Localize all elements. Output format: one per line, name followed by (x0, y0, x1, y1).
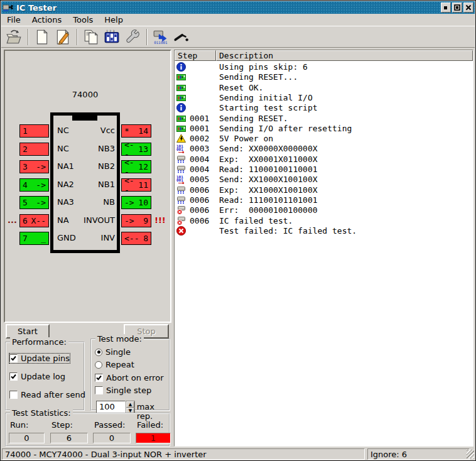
probe-button[interactable] (171, 28, 192, 46)
menu-help[interactable]: Help (99, 14, 129, 26)
pin-1-box[interactable]: 1 (19, 124, 49, 138)
checkbox-update-pins[interactable]: Update pins (9, 354, 70, 363)
max-rep-spinner[interactable]: ▲ ▼ (126, 401, 134, 413)
checkbox-box[interactable] (95, 374, 103, 382)
dip-switch-button[interactable]: 1 2 3 (102, 28, 122, 46)
log-step: 0006 (190, 216, 209, 225)
new-button[interactable] (32, 28, 52, 46)
stat-label-failed: Failed: (137, 420, 163, 430)
svg-text:1 2 3: 1 2 3 (106, 29, 114, 32)
open-button[interactable] (4, 28, 24, 46)
minimize-button[interactable] (441, 3, 451, 13)
pin-11-box[interactable]: <--11 (121, 178, 151, 192)
pin-12-box[interactable]: <--12 (121, 160, 151, 173)
log-step: 0001 (190, 124, 209, 133)
titlebar[interactable]: IC Tester (1, 1, 475, 14)
log-row[interactable]: 0001Sending I/O after resetting (175, 124, 473, 134)
pin-2-box[interactable]: 2 (19, 143, 49, 156)
log-row[interactable]: Reset OK. (175, 83, 473, 93)
pin-13-box[interactable]: <--13 (121, 143, 151, 156)
close-button[interactable] (463, 3, 473, 13)
log-row[interactable]: Starting test script (175, 103, 473, 113)
log-row[interactable]: Sending initial I/O (175, 93, 473, 103)
pin-9-box[interactable]: ->9 (121, 214, 151, 227)
radio-single[interactable]: Single (95, 347, 131, 357)
log-row[interactable]: 0006Read: 11100101101001 (175, 195, 473, 205)
log-panel: Step Description Using pins skip: 6Sendi… (174, 50, 473, 447)
checkbox-box[interactable] (95, 386, 103, 394)
pin-3-box[interactable]: 3-> (19, 160, 49, 173)
log-row[interactable]: 0006IC failed test. (175, 216, 473, 226)
radio-circle[interactable] (95, 349, 102, 356)
menu-actions[interactable]: Actions (26, 14, 68, 26)
pin-direction: -> (124, 216, 134, 225)
wrench-button[interactable] (122, 28, 143, 46)
log-row[interactable]: 00025V Power on (175, 134, 473, 144)
pin-14-box[interactable]: *14 (121, 124, 151, 138)
copy-icon (83, 29, 99, 45)
pin-8-box[interactable]: <--8 (121, 232, 151, 245)
copy-button[interactable] (81, 28, 101, 46)
log-row[interactable]: 0001Sending RESET. (175, 114, 473, 124)
info-icon (176, 103, 186, 112)
log-row[interactable]: 1010010003Send: XX0000X000000X (175, 144, 473, 154)
pin-10-box[interactable]: ->10 (121, 196, 151, 209)
new-icon (34, 29, 50, 45)
edit-button[interactable] (53, 28, 73, 46)
svg-text:001: 001 (176, 178, 183, 182)
send-icon: 101001 (176, 175, 186, 184)
checkbox-single-step[interactable]: Single step (95, 386, 151, 395)
svg-text:011001: 011001 (154, 40, 168, 44)
checkbox-box[interactable] (9, 354, 18, 362)
pin-4-box[interactable]: 4-> (19, 178, 49, 192)
log-step: 0001 (190, 114, 209, 123)
log-description: Send: XX0000X000000X (219, 144, 318, 153)
checkbox-label: Update log (21, 372, 65, 381)
log-row[interactable]: Test failed: IC failed test. (175, 226, 473, 236)
pin-attention-marker: ... (8, 215, 17, 225)
stat-label-step: Step: (51, 420, 73, 430)
spin-up-icon[interactable]: ▲ (126, 401, 134, 408)
pin-direction: <-- (124, 176, 138, 195)
pin-number: 14 (138, 126, 148, 136)
stat-value-passed: 0 (93, 433, 131, 443)
log-row[interactable]: Using pins skip: 6 (175, 62, 473, 72)
pin-direction: * (124, 126, 129, 136)
start-button[interactable]: Start (6, 324, 50, 339)
log-description: Send: XX1000X100100X (219, 175, 318, 184)
log-column-description[interactable]: Description (216, 50, 473, 61)
log-row[interactable]: 0004Exp: XX0001X011000X (175, 155, 473, 165)
read-icon (176, 155, 186, 164)
checkbox-abort-on-error[interactable]: Abort on error (95, 373, 163, 382)
toolbar: 1 2 3011001 (1, 26, 475, 48)
pin-7-label: GND (57, 233, 76, 242)
checkbox-label: Single step (106, 386, 151, 395)
pin-4-label: NA2 (57, 180, 74, 189)
pin-7-box[interactable]: 7_ (19, 232, 49, 245)
log-step: 0006 (190, 195, 209, 205)
log-step: 0004 (190, 155, 209, 164)
checkbox-box[interactable] (9, 372, 18, 381)
checkbox-box[interactable] (9, 391, 18, 399)
checkbox-read-after-send[interactable]: Read after send (9, 390, 85, 399)
log-row[interactable]: 0004Read: 11000100110001 (175, 165, 473, 175)
resize-grip[interactable] (467, 450, 474, 458)
pin-number: 13 (138, 144, 148, 154)
menu-tools[interactable]: Tools (67, 14, 99, 26)
radio-circle[interactable] (95, 361, 102, 369)
menu-file[interactable]: File (1, 14, 26, 26)
radio-repeat[interactable]: Repeat (95, 360, 134, 369)
log-row[interactable]: 0006Err: 00000100100000 (175, 205, 473, 215)
maximize-button[interactable] (452, 3, 462, 13)
log-column-step[interactable]: Step (175, 50, 216, 61)
pin-5-box[interactable]: 5-> (19, 196, 49, 209)
ic-view-panel: 74000 1NCVcc*142NCNB3<--133->NA1NB2<--12… (4, 50, 171, 323)
app-icon (3, 3, 14, 13)
test-ic-button[interactable]: 011001 (151, 28, 171, 46)
pin-6-box[interactable]: 6X-- (19, 214, 49, 227)
max-rep-input[interactable]: 100 (96, 401, 126, 413)
log-row[interactable]: 0006Exp: XX1000X100100X (175, 185, 473, 195)
checkbox-update-log[interactable]: Update log (9, 372, 65, 381)
log-row[interactable]: 1010010005Send: XX1000X100100X (175, 175, 473, 185)
log-row[interactable]: Sending RESET... (175, 72, 473, 82)
